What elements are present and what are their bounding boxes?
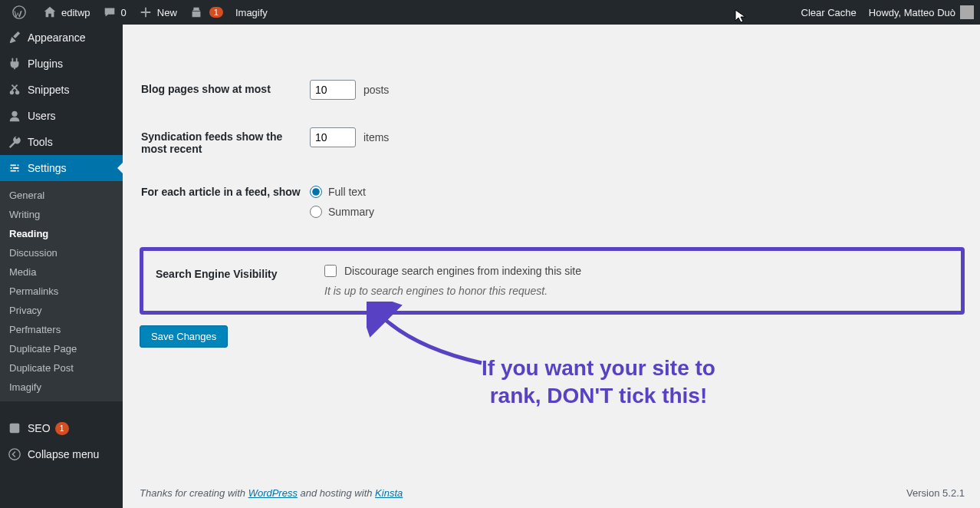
search-visibility-highlight: Search Engine Visibility Discourage sear… — [140, 247, 965, 315]
submenu-privacy[interactable]: Privacy — [0, 301, 123, 320]
avatar — [960, 5, 974, 19]
wordpress-link[interactable]: WordPress — [248, 487, 298, 499]
submenu-writing[interactable]: Writing — [0, 205, 123, 224]
submenu-media[interactable]: Media — [0, 262, 123, 282]
sidebar-item-plugins[interactable]: Plugins — [0, 51, 123, 77]
svg-point-1 — [10, 91, 14, 94]
visibility-description: It is up to search engines to honor this… — [324, 285, 949, 297]
syndication-input[interactable] — [310, 127, 356, 147]
syndication-label: Syndication feeds show the most recent — [141, 127, 310, 155]
reading-settings-form: Blog pages show at most posts Syndicatio… — [140, 64, 965, 241]
collapse-label: Collapse menu — [28, 448, 99, 460]
sidebar-item-appearance[interactable]: Appearance — [0, 25, 123, 51]
settings-submenu: General Writing Reading Discussion Media… — [0, 181, 123, 401]
seo-badge: 1 — [55, 422, 69, 435]
imagify-link[interactable]: Imagify — [229, 0, 274, 25]
discourage-checkbox[interactable] — [324, 265, 337, 277]
discourage-label: Discourage search engines from indexing … — [344, 265, 581, 277]
sidebar-item-tools[interactable]: Tools — [0, 129, 123, 155]
blog-pages-input[interactable] — [310, 80, 356, 100]
feed-full-label: Full text — [328, 186, 366, 198]
feed-full-radio[interactable] — [310, 186, 322, 198]
site-name-text: editwp — [61, 7, 90, 18]
blog-pages-suffix: posts — [363, 84, 389, 96]
collapse-menu[interactable]: Collapse menu — [0, 441, 123, 467]
site-name-link[interactable]: editwp — [37, 0, 97, 25]
sidebar-label: Appearance — [28, 31, 86, 44]
footer-hosting-mid: and hosting with — [298, 487, 375, 499]
submenu-perfmatters[interactable]: Perfmatters — [0, 320, 123, 339]
save-changes-button[interactable]: Save Changes — [140, 325, 228, 348]
sidebar-label: SEO — [28, 422, 51, 434]
blog-pages-label: Blog pages show at most — [141, 80, 310, 95]
sidebar-label: Users — [28, 110, 56, 122]
admin-bar: editwp 0 New 1 Imagify Clear Cache Howdy… — [0, 0, 980, 25]
sidebar-label: Tools — [28, 136, 53, 148]
comments-count: 0 — [121, 7, 127, 18]
svg-point-2 — [15, 91, 19, 94]
howdy-account[interactable]: Howdy, Matteo Duò — [863, 0, 980, 25]
submenu-permalinks[interactable]: Permalinks — [0, 282, 123, 301]
version-text: Version 5.2.1 — [906, 487, 965, 499]
visibility-label: Search Engine Visibility — [156, 265, 324, 280]
notif-badge: 1 — [209, 7, 223, 18]
svg-point-5 — [9, 449, 20, 460]
submenu-duplicate-post[interactable]: Duplicate Post — [0, 358, 123, 378]
svg-rect-4 — [10, 424, 20, 434]
sidebar-label: Settings — [28, 162, 67, 174]
feed-summary-radio[interactable] — [310, 206, 322, 218]
wp-logo[interactable] — [6, 0, 37, 25]
content-area: Blog pages show at most posts Syndicatio… — [123, 25, 980, 508]
feed-summary-label: Summary — [328, 206, 374, 218]
new-content-link[interactable]: New — [133, 0, 183, 25]
new-label: New — [157, 7, 177, 18]
submenu-general[interactable]: General — [0, 186, 123, 205]
footer: Thanks for creating with WordPress and h… — [140, 487, 965, 499]
footer-thanks-pre: Thanks for creating with — [140, 487, 248, 499]
clear-cache-link[interactable]: Clear Cache — [795, 0, 863, 25]
submenu-discussion[interactable]: Discussion — [0, 243, 123, 262]
submenu-duplicate-page[interactable]: Duplicate Page — [0, 339, 123, 358]
feed-article-label: For each article in a feed, show — [141, 183, 310, 198]
comments-link[interactable]: 0 — [97, 0, 133, 25]
sidebar-item-snippets[interactable]: Snippets — [0, 77, 123, 103]
notifications[interactable]: 1 — [183, 0, 229, 25]
sidebar-item-users[interactable]: Users — [0, 103, 123, 129]
sidebar-item-settings[interactable]: Settings — [0, 155, 123, 181]
submenu-reading[interactable]: Reading — [0, 224, 123, 243]
sidebar-label: Snippets — [28, 84, 69, 96]
admin-sidebar: Appearance Plugins Snippets Users Tools … — [0, 25, 123, 508]
sidebar-label: Plugins — [28, 58, 63, 70]
syndication-suffix: items — [363, 131, 389, 143]
submenu-imagify[interactable]: Imagify — [0, 378, 123, 397]
sidebar-item-seo[interactable]: SEO1 — [0, 415, 123, 441]
svg-point-3 — [12, 111, 17, 117]
kinsta-link[interactable]: Kinsta — [375, 487, 403, 499]
